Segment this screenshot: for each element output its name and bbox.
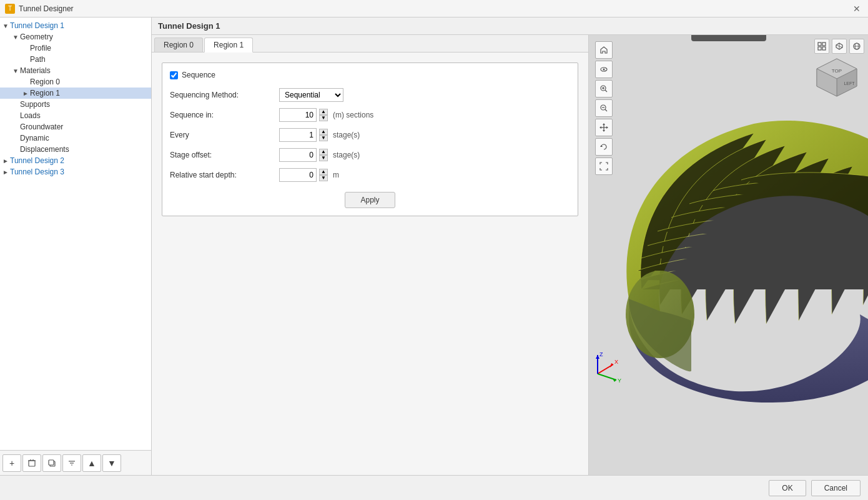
sidebar-item-geometry[interactable]: ▼ Geometry [0,31,151,42]
every-control: ▲ ▼ stage(s) [279,128,360,142]
content-title: Tunnel Design 1 [158,21,220,31]
relative-start-depth-input[interactable] [279,168,317,182]
stage-offset-unit: stage(s) [333,151,360,159]
tab-region-1[interactable]: Region 1 [204,38,253,52]
every-down[interactable]: ▼ [319,135,328,141]
sequence-in-unit: (m) sections [333,111,373,119]
every-up[interactable]: ▲ [319,129,328,135]
sequence-in-input[interactable] [279,108,317,122]
relative-start-depth-row: Relative start depth: ▲ ▼ m [170,168,570,182]
sidebar-item-dynamic[interactable]: Dynamic [0,132,151,144]
tree-label: Displacements [20,145,69,154]
sidebar-toolbar: + [0,450,151,475]
sequence-in-control: ▲ ▼ (m) sections [279,108,373,122]
svg-point-25 [603,69,605,71]
view3d-button[interactable] [832,39,847,54]
arrow-icon: ▼ [12,68,20,74]
stage-offset-label: Stage offset: [170,151,279,159]
tree-label: Tunnel Design 1 [10,21,64,30]
copy-button[interactable] [42,454,61,472]
move-down-button[interactable]: ▼ [102,454,121,472]
ok-button[interactable]: OK [769,480,806,496]
sequencing-method-label: Sequencing Method: [170,91,279,99]
sidebar-item-loads[interactable]: Loads [0,110,151,121]
every-unit: stage(s) [333,131,360,139]
form-content: Sequence Sequencing Method: Sequential S… [152,52,588,475]
cancel-button[interactable]: Cancel [811,480,861,496]
relative-start-depth-unit: m [333,171,339,179]
tabs: Region 0 Region 1 [152,35,588,52]
sidebar-item-region-0[interactable]: Region 0 [0,76,151,88]
sidebar-item-groundwater[interactable]: Groundwater [0,121,151,132]
tree-label: Profile [30,44,51,52]
sidebar-item-tunnel-design-3[interactable]: ► Tunnel Design 3 [0,166,151,178]
tab-region-0[interactable]: Region 0 [154,38,203,52]
home-button[interactable] [595,41,613,59]
sidebar-item-supports[interactable]: Supports [0,99,151,110]
stage-offset-up[interactable]: ▲ [319,149,328,155]
sequencing-method-control: Sequential Simultaneous [279,88,343,102]
close-button[interactable]: ✕ [851,4,863,14]
form-panel: Region 0 Region 1 Sequence [152,35,589,475]
tree-label: Tunnel Design 2 [10,156,64,165]
apply-button[interactable]: Apply [345,192,395,208]
relative-start-depth-label: Relative start depth: [170,171,279,179]
sidebar-item-tunnel-design-2[interactable]: ► Tunnel Design 2 [0,155,151,166]
sequence-in-spinner: ▲ ▼ [319,109,328,121]
svg-text:TOP: TOP [832,68,842,74]
viewport-scrollbar[interactable] [691,35,766,41]
eye-button[interactable] [595,61,613,78]
stage-offset-down[interactable]: ▼ [319,155,328,161]
sidebar-item-region-1[interactable]: ► Region 1 [0,88,151,99]
sequence-in-down[interactable]: ▼ [319,115,328,121]
tree-label: Groundwater [20,122,63,131]
viewport-top-right-toolbar [814,39,864,54]
arrow-icon: ► [22,90,30,97]
split-pane: Region 0 Region 1 Sequence [152,35,868,475]
arrow-spacer [12,112,20,119]
sidebar-tree: ▼ Tunnel Design 1 ▼ Geometry Profile Pat… [0,18,151,450]
sequence-checkbox[interactable] [170,71,178,79]
filter-button[interactable] [62,454,81,472]
every-row: Every ▲ ▼ stage(s) [170,128,570,142]
sequencing-method-row: Sequencing Method: Sequential Simultaneo… [170,88,570,102]
arrow-spacer [22,79,30,86]
arrow-spacer [12,101,20,108]
move-up-button[interactable]: ▲ [82,454,101,472]
sequencing-method-select[interactable]: Sequential Simultaneous [279,88,343,102]
svg-rect-0 [29,461,35,466]
sidebar-item-displacements[interactable]: Displacements [0,144,151,155]
sidebar-item-profile[interactable]: Profile [0,42,151,54]
relative-start-depth-up[interactable]: ▲ [319,169,328,175]
grid-view-button[interactable] [814,39,829,54]
sidebar-item-tunnel-design-1[interactable]: ▼ Tunnel Design 1 [0,20,151,31]
zoom-in-button[interactable] [595,80,613,98]
arrow-spacer [12,135,20,142]
tree-label: Supports [20,100,50,109]
globe-button[interactable] [849,39,864,54]
tree-label: Tunnel Design 3 [10,168,64,176]
app-icon: T [5,4,15,14]
svg-rect-11 [818,47,821,50]
every-input[interactable] [279,128,317,142]
bottom-bar: OK Cancel [0,475,868,500]
svg-text:Y: Y [618,378,621,384]
svg-rect-12 [822,47,826,50]
relative-start-depth-spinner: ▲ ▼ [319,169,328,181]
cube-navigator[interactable]: TOP LEFT [812,54,862,104]
add-button[interactable]: + [2,454,21,472]
sidebar: ▼ Tunnel Design 1 ▼ Geometry Profile Pat… [0,18,152,475]
sequence-in-up[interactable]: ▲ [319,109,328,115]
sidebar-item-path[interactable]: Path [0,54,151,65]
svg-rect-5 [49,460,54,465]
stage-offset-input[interactable] [279,148,317,162]
sequence-box: Sequence Sequencing Method: Sequential S… [162,62,578,216]
every-label: Every [170,131,279,139]
sequence-in-row: Sequence in: ▲ ▼ (m) sections [170,108,570,122]
arrow-icon: ▼ [2,22,10,29]
arrow-icon: ▼ [12,34,20,41]
relative-start-depth-down[interactable]: ▼ [319,175,328,181]
delete-button[interactable] [22,454,41,472]
sidebar-item-materials[interactable]: ▼ Materials [0,65,151,76]
sequence-label: Sequence [182,71,215,79]
